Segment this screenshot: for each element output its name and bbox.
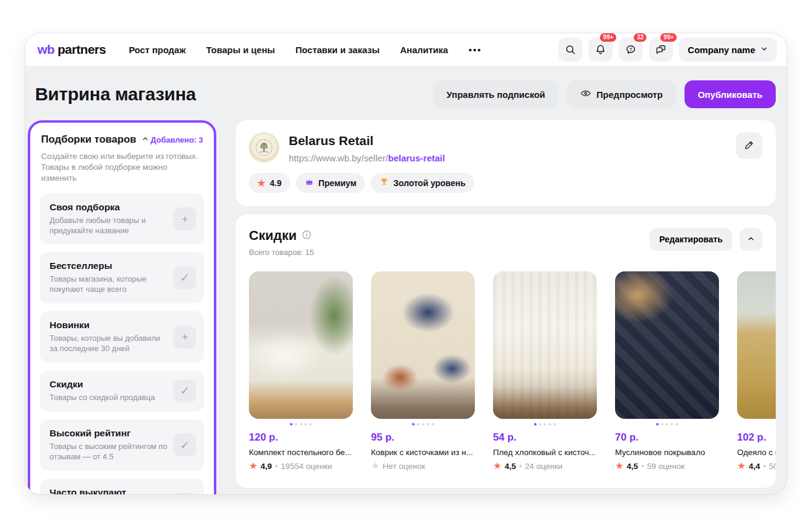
gold-level-label: Золотой уровень [393,178,466,188]
star-icon: ★ [249,461,257,471]
chevron-down-icon [760,45,768,55]
info-icon[interactable] [301,228,312,244]
collections-panel-title-row[interactable]: Подборки товаров [41,134,149,146]
collections-panel-description: Создайте свою или выберите из готовых. Т… [41,151,203,184]
collection-added-check-button[interactable]: ✓ [173,380,196,403]
seller-url-slug[interactable]: belarus-retail [388,153,445,163]
collection-added-check-button[interactable]: ✓ [173,433,196,456]
product-image[interactable] [737,271,776,419]
discounts-section: Скидки Всего товаров: 15 Редактировать [236,215,776,488]
star-icon: ★ [615,461,624,471]
pencil-icon [744,139,755,152]
collection-item[interactable]: Новинки Товары, которые вы добавили за п… [40,311,204,363]
action-glyph: ✓ [180,272,190,283]
collection-item-description: Товары, которые вы добавили за последние… [50,334,167,354]
menu-more-button[interactable]: ••• [469,45,482,55]
product-card[interactable]: 102 р. Одеяло с п ★ 4,4 • 50 оценок [737,271,776,471]
edit-collection-button[interactable]: Редактировать [649,228,732,251]
product-reviews-count: 24 оценки [525,462,562,471]
main-menu: Рост продажТовары и ценыПоставки и заказ… [129,45,448,55]
collection-item-text: Высокий рейтинг Товары с высоким рейтинг… [50,428,167,462]
product-reviews-count: 59 оценок [647,462,685,471]
product-price: 102 р. [737,432,776,444]
product-name: Комплект постельного бе... [249,448,353,457]
manage-subscription-button[interactable]: Управлять подпиской [433,80,558,108]
product-card[interactable]: 95 р. Коврик с кисточками из н... ★ • Не… [371,271,475,471]
help-button[interactable]: ? 32 [619,37,643,62]
collections-panel: Подборки товаров Добавлено: 3 Создайте с… [28,120,216,494]
action-glyph: ✓ [180,385,190,396]
logo-partners: partners [57,42,106,57]
collection-item[interactable]: Высокий рейтинг Товары с высоким рейтинг… [40,419,204,471]
product-image[interactable] [493,271,597,419]
collection-item-description: Добавьте любые товары и придумайте назва… [50,216,167,236]
chat-bubbles-icon [655,44,667,56]
nav-item[interactable]: Товары и цены [206,45,275,55]
publish-button[interactable]: Опубликовать [685,80,776,108]
edit-seller-button[interactable] [736,132,762,159]
collection-item[interactable]: Скидки Товары со скидкой продавца ✓ [40,370,204,412]
image-pagination-dots [493,423,597,425]
image-pagination-dots [615,423,719,425]
collections-panel-title: Подборки товаров [41,134,137,146]
bell-icon [594,44,607,56]
add-collection-button[interactable]: + [173,207,196,230]
collapse-section-button[interactable] [740,228,762,251]
product-price: 70 р. [615,432,719,444]
seller-name: Belarus Retail [289,134,445,148]
chevron-up-icon [141,134,149,146]
action-glyph: + [181,213,188,225]
premium-badge: Премиум [296,173,365,193]
notifications-badge: 99+ [600,33,616,42]
preview-button[interactable]: Предпросмотр [567,80,676,108]
products-row: 120 р. Комплект постельного бе... ★ 4,9 … [249,271,776,471]
seller-url: https://www.wb.by/seller/belarus-retail [289,153,445,163]
search-button[interactable] [558,37,582,62]
collection-item[interactable]: Бестселлеры Товары магазина, которые пок… [40,252,204,303]
help-badge: 32 [634,33,646,42]
product-name: Коврик с кисточками из н... [371,448,475,457]
image-pagination-dots [371,423,475,425]
content-columns: Подборки товаров Добавлено: 3 Создайте с… [25,120,787,494]
crown-icon [304,177,314,189]
messages-button[interactable]: 99+ [649,37,673,62]
product-card[interactable]: 120 р. Комплект постельного бе... ★ 4,9 … [249,271,353,471]
nav-item[interactable]: Рост продаж [129,45,185,55]
product-rating-row: ★ 4,5 • 59 оценок [615,461,719,471]
nav-item[interactable]: Аналитика [400,45,448,55]
collection-item[interactable]: Часто выкупают Товары с высоким проценто… [40,479,204,494]
product-reviews-count: 50 оценок [769,462,776,471]
total-products-label: Всего товаров: 15 [249,248,314,257]
wb-partners-logo[interactable]: wbpartners [37,42,106,57]
product-price: 54 р. [493,432,597,444]
product-rating-value: 4,4 [749,462,760,471]
product-image[interactable] [371,271,475,419]
product-card[interactable]: 70 р. Муслиновое покрывало ★ 4,5 • 59 оц… [615,271,719,471]
add-collection-button[interactable]: + [173,493,196,494]
product-name: Одеяло с п [737,448,776,457]
collection-item-title: Своя подборка [50,202,167,213]
star-icon: ★ [737,461,746,471]
product-image[interactable] [249,271,353,419]
logo-wb: wb [37,42,54,57]
nav-item[interactable]: Поставки и заказы [295,45,379,55]
collections-panel-header: Подборки товаров Добавлено: 3 [40,134,204,146]
action-glyph: ✓ [180,439,190,451]
product-image[interactable] [615,271,719,419]
added-count-badge: Добавлено: 3 [150,135,203,144]
collection-item-title: Высокий рейтинг [50,428,167,439]
notifications-button[interactable]: 99+ [588,37,613,62]
messages-badge: 99+ [660,33,677,42]
collection-added-check-button[interactable]: ✓ [173,267,196,289]
collection-item[interactable]: Своя подборка Добавьте любые товары и пр… [40,193,204,245]
product-reviews-count: Нет оценок [382,462,425,471]
company-dropdown[interactable]: Company name [679,37,777,62]
add-collection-button[interactable]: + [173,326,196,349]
collection-item-description: Товары с высоким рейтингом по отзывам — … [50,442,167,462]
collection-item-text: Своя подборка Добавьте любые товары и пр… [50,202,167,236]
product-rating-row: ★ 4,5 • 24 оценки [493,461,597,471]
collection-item-text: Новинки Товары, которые вы добавили за п… [50,320,167,354]
product-rating-value: 4,5 [504,462,516,471]
product-card[interactable]: 54 р. Плед хлопковый с кисточ... ★ 4,5 •… [493,271,597,471]
product-price: 120 р. [249,432,353,444]
